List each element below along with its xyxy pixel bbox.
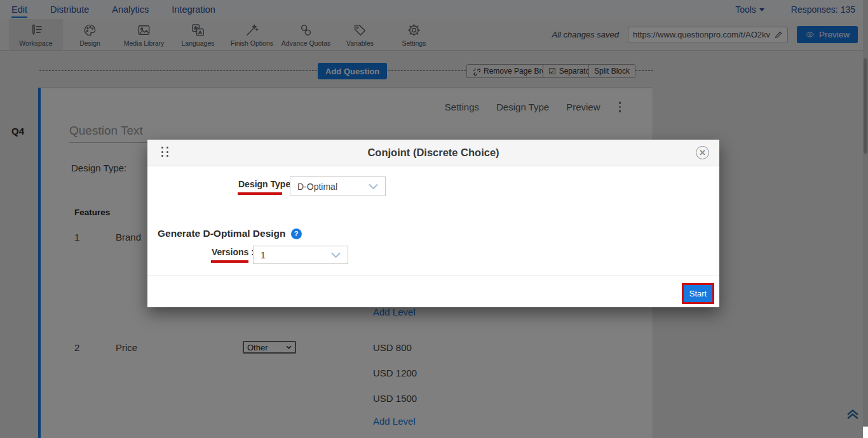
chevron-down-icon [331, 252, 341, 258]
help-icon[interactable]: ? [291, 229, 302, 239]
versions-underline [211, 260, 248, 263]
versions-label: Versions : [212, 247, 254, 257]
drag-handle-icon[interactable] [161, 147, 169, 157]
modal-design-type-label: Design Type [238, 179, 290, 189]
start-button[interactable]: Start [684, 285, 712, 302]
close-icon[interactable]: ✕ [696, 146, 709, 159]
app-window: Edit Distribute Analytics Integration To… [0, 0, 868, 438]
start-button-highlight: Start [682, 283, 714, 304]
design-type-select[interactable]: D-Optimal [290, 176, 386, 196]
design-type-underline [238, 192, 282, 195]
design-type-value: D-Optimal [297, 182, 337, 192]
versions-select[interactable]: 1 [253, 246, 348, 264]
generate-section-title: Generate D-Optimal Design ? [158, 228, 302, 239]
modal-title: Conjoint (Discrete Choice) [147, 147, 719, 159]
modal-footer-divider [147, 275, 719, 275]
scrollbar-corner [863, 427, 868, 438]
versions-value: 1 [261, 250, 266, 260]
conjoint-modal: Conjoint (Discrete Choice) ✕ Design Type… [147, 140, 719, 307]
chevron-down-icon [369, 183, 378, 190]
modal-header: Conjoint (Discrete Choice) ✕ [147, 140, 719, 166]
generate-section-label: Generate D-Optimal Design [158, 228, 286, 239]
